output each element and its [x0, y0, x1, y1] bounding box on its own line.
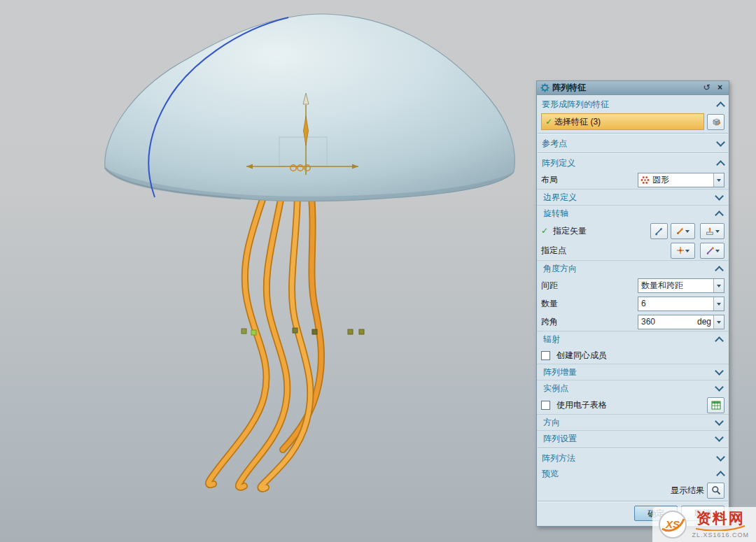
section-angle-direction[interactable]: 角度方向 — [537, 260, 729, 276]
separator — [538, 152, 728, 154]
separator — [538, 501, 728, 502]
chevron-down-icon — [715, 417, 724, 426]
spacing-label: 间距 — [541, 280, 635, 292]
dropdown-arrow-icon[interactable] — [713, 297, 724, 311]
layout-label: 布局 — [541, 174, 635, 186]
select-feature-field[interactable]: ✓ 选择特征 (3) — [541, 113, 704, 130]
count-row: 数量 6 — [537, 294, 729, 313]
specify-point-label: 指定点 — [541, 245, 668, 257]
jellyfish-dome[interactable] — [105, 14, 515, 201]
chevron-down-icon — [716, 138, 725, 147]
dropdown-arrow-icon — [715, 250, 720, 255]
point-icon — [676, 246, 685, 255]
section-pattern-settings[interactable]: 阵列设置 — [537, 430, 729, 446]
separator — [538, 133, 728, 134]
section-pattern-definition[interactable]: 阵列定义 — [537, 155, 729, 171]
show-result-label: 显示结果 — [671, 485, 704, 497]
select-body-icon — [711, 117, 721, 127]
point-dialog-button[interactable] — [700, 243, 724, 259]
spacing-row: 间距 数量和跨距 — [537, 276, 729, 294]
chevron-up-icon — [716, 101, 725, 110]
check-icon: ✓ — [545, 117, 552, 127]
chevron-down-icon — [715, 192, 724, 201]
dropdown-arrow-icon[interactable] — [713, 315, 724, 329]
chevron-up-icon — [715, 336, 724, 345]
watermark-text: 资料网 ZL.XS1616.COM — [692, 511, 749, 539]
section-preview[interactable]: 预览 — [537, 466, 729, 481]
span-angle-row: 跨角 360 deg — [537, 313, 729, 331]
chevron-up-icon — [715, 211, 724, 220]
dialog-titlebar[interactable]: 阵列特征 ↺ × — [537, 81, 729, 95]
concentric-checkbox[interactable] — [541, 351, 550, 360]
concentric-label: 创建同心成员 — [556, 350, 724, 362]
spreadsheet-button[interactable] — [707, 397, 724, 413]
watermark-url: ZL.XS1616.COM — [692, 532, 749, 539]
section-features-to-pattern[interactable]: 要形成阵列的特征 — [537, 97, 729, 112]
section-rotation-axis[interactable]: 旋转轴 — [537, 205, 729, 221]
watermark: XS 资料网 ZL.XS1616.COM — [652, 507, 756, 542]
feature-select-button[interactable] — [707, 114, 724, 130]
dialog-body: 要形成阵列的特征 ✓ 选择特征 (3) — [537, 95, 729, 526]
chevron-up-icon — [715, 266, 724, 275]
point-dialog-icon — [706, 246, 715, 255]
dropdown-arrow-icon — [715, 230, 720, 235]
gear-icon — [540, 83, 550, 92]
concentric-row: 创建同心成员 — [537, 347, 729, 364]
point-type-button[interactable] — [671, 243, 695, 259]
swoosh-icon — [695, 525, 746, 531]
spreadsheet-icon — [711, 401, 721, 410]
show-result-button[interactable] — [707, 483, 724, 499]
dropdown-arrow-icon — [685, 230, 690, 235]
span-angle-value: 360 — [638, 317, 695, 327]
specify-vector-label: 指定矢量 — [553, 225, 648, 237]
pattern-feature-dialog: 阵列特征 ↺ × 要形成阵列的特征 ✓ 选择特征 (3) — [536, 80, 729, 527]
count-input[interactable]: 6 — [638, 297, 724, 311]
circular-layout-icon — [640, 176, 650, 185]
chevron-up-icon — [716, 160, 725, 169]
show-result-row: 显示结果 — [537, 481, 729, 499]
dropdown-arrow-icon — [685, 250, 690, 255]
jellyfish-tentacles[interactable] — [209, 183, 321, 489]
spreadsheet-row: 使用电子表格 — [537, 396, 729, 414]
chevron-down-icon — [715, 366, 724, 376]
magnifier-icon — [711, 485, 721, 495]
section-reference-point[interactable]: 参考点 — [537, 136, 729, 151]
section-instance-points[interactable]: 实例点 — [537, 380, 729, 396]
span-angle-input[interactable]: 360 deg — [638, 315, 724, 329]
check-icon: ✓ — [541, 226, 548, 236]
section-pattern-method[interactable]: 阵列方法 — [537, 450, 729, 466]
chevron-down-icon — [716, 452, 725, 462]
dialog-title: 阵列特征 — [552, 82, 699, 94]
separator — [538, 448, 728, 449]
xs-logo-icon: XS — [658, 510, 687, 539]
chevron-down-icon — [715, 433, 724, 442]
watermark-site-name: 资料网 — [696, 511, 745, 525]
dropdown-arrow-icon[interactable] — [713, 173, 724, 187]
section-boundary-definition[interactable]: 边界定义 — [537, 189, 729, 205]
specify-vector-row: ✓ 指定矢量 — [537, 221, 729, 241]
spacing-value: 数量和跨距 — [638, 280, 713, 292]
count-value: 6 — [638, 299, 713, 308]
vector-type-button[interactable] — [671, 223, 695, 239]
chevron-up-icon — [716, 471, 725, 480]
vector-dialog-icon — [706, 227, 715, 236]
layout-dropdown[interactable]: 圆形 — [638, 173, 724, 187]
vector-dialog-button[interactable] — [700, 223, 724, 239]
close-icon[interactable]: × — [715, 83, 725, 93]
reset-icon[interactable]: ↺ — [701, 83, 712, 93]
spacing-dropdown[interactable]: 数量和跨距 — [638, 278, 724, 293]
count-label: 数量 — [541, 298, 635, 310]
dropdown-arrow-icon[interactable] — [713, 279, 724, 292]
specify-point-row: 指定点 — [537, 241, 729, 260]
section-pattern-increment[interactable]: 阵列增量 — [537, 364, 729, 380]
chevron-down-icon — [715, 383, 724, 392]
section-radiate[interactable]: 辐射 — [537, 331, 729, 347]
span-angle-label: 跨角 — [541, 316, 635, 328]
inferred-vector-button[interactable] — [650, 223, 668, 239]
spreadsheet-checkbox[interactable] — [541, 401, 550, 410]
select-feature-label: 选择特征 (3) — [554, 116, 601, 128]
section-orientation[interactable]: 方向 — [537, 414, 729, 430]
select-feature-row: ✓ 选择特征 (3) — [537, 112, 729, 131]
application-window: 阵列特征 ↺ × 要形成阵列的特征 ✓ 选择特征 (3) — [0, 0, 756, 542]
vector-icon — [676, 227, 685, 235]
